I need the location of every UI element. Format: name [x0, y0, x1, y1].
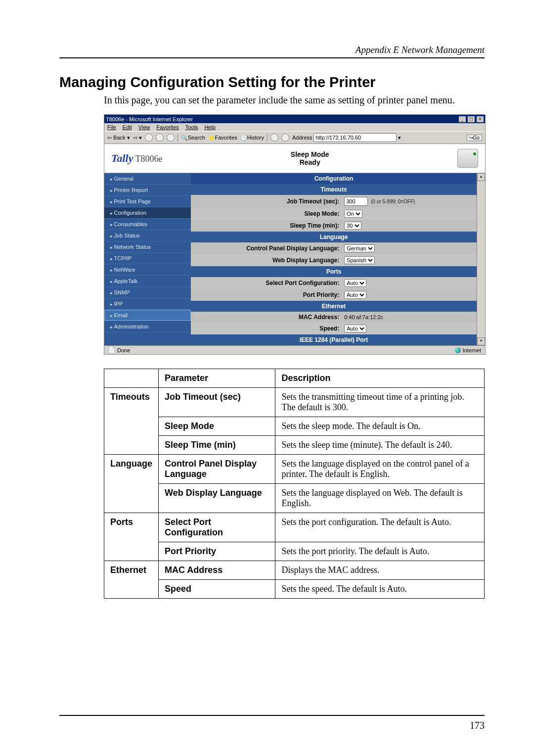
statusbar-right: Internet — [463, 347, 481, 353]
intro-text: In this page, you can set the parameter … — [104, 94, 485, 106]
sidebar: General Printer Report Print Test Page C… — [104, 173, 191, 345]
menu-view[interactable]: View — [138, 124, 150, 130]
address-dropdown-icon[interactable]: ▾ — [398, 135, 401, 141]
maximize-icon[interactable]: □ — [468, 116, 475, 122]
page-number: 173 — [59, 720, 485, 731]
sidebar-item-print-test-page[interactable]: Print Test Page — [104, 196, 191, 207]
banner: TallyT8006e Sleep ModeReady — [104, 144, 485, 173]
sidebar-item-snmp[interactable]: SNMP — [104, 287, 191, 298]
th-desc: Description — [275, 369, 485, 388]
cp-lang-label: Control Panel Display Language: — [196, 245, 344, 252]
table-row: Ports Select Port ConfigurationSets the … — [104, 513, 485, 542]
table-row: Ethernet MAC AddressDisplays the MAC add… — [104, 561, 485, 580]
table-row: Port PrioritySets the port priority. The… — [104, 542, 485, 561]
menu-file[interactable]: File — [107, 124, 116, 130]
menu-help[interactable]: Help — [204, 124, 216, 130]
address-input[interactable] — [313, 133, 397, 142]
sleep-mode-select[interactable]: On — [344, 210, 362, 218]
group-parallel: IEEE 1284 (Parallel) Port — [191, 334, 477, 345]
minimize-icon[interactable]: _ — [459, 116, 466, 122]
favorites-button[interactable]: ⭐Favorites — [208, 135, 237, 141]
sidebar-item-printer-report[interactable]: Printer Report — [104, 185, 191, 196]
home-icon[interactable] — [167, 134, 175, 142]
table-row: Timeouts Job Timeout (sec) Sets the tran… — [104, 388, 485, 417]
back-button[interactable]: ⇦ Back ▾ — [107, 135, 130, 141]
group-ethernet: Ethernet — [191, 301, 477, 312]
sidebar-item-netware[interactable]: NetWare — [104, 264, 191, 276]
sleep-time-label: Sleep Time (min): — [196, 222, 344, 229]
menu-edit[interactable]: Edit — [123, 124, 132, 130]
window-title: T8006e - Microsoft Internet Explorer — [106, 116, 193, 122]
speed-select[interactable]: Auto — [344, 325, 366, 332]
sleep-mode-label: Sleep Mode: — [196, 210, 344, 217]
config-panel: Configuration Timeouts Job Timeout (sec)… — [191, 173, 477, 345]
job-timeout-hint: (0 or 5-999; 0=OFF) — [371, 199, 415, 204]
printer-status: Sleep ModeReady — [162, 150, 457, 166]
table-row: Sleep Time (min)Sets the sleep time (min… — [104, 436, 485, 455]
stop-icon[interactable] — [145, 134, 153, 142]
th-param: Parameter — [159, 369, 275, 388]
sidebar-item-email[interactable]: Email — [104, 310, 191, 321]
mail-icon[interactable] — [270, 134, 278, 142]
menu-tools[interactable]: Tools — [185, 124, 198, 130]
header-rule — [59, 57, 485, 58]
footer-rule — [59, 715, 485, 716]
search-button[interactable]: 🔍Search — [181, 135, 205, 141]
sidebar-item-general[interactable]: General — [104, 173, 191, 185]
sleep-time-select[interactable]: 30 — [344, 222, 361, 230]
web-lang-label: Web Display Language: — [196, 257, 344, 264]
toolbar: ⇦ Back ▾ ⇨ ▾ 🔍Search ⭐Favorites 🕓History… — [104, 131, 485, 144]
group-configuration: Configuration — [191, 173, 477, 184]
cp-lang-select[interactable]: German — [344, 244, 375, 252]
sidebar-item-job-status[interactable]: Job Status — [104, 230, 191, 241]
scrollbar[interactable]: ▴ ▾ — [477, 173, 485, 345]
sidebar-item-tcpip[interactable]: TCP/IP — [104, 253, 191, 264]
refresh-icon[interactable] — [156, 134, 164, 142]
port-conf-select[interactable]: Auto — [344, 279, 366, 287]
port-conf-label: Select Port Configuration: — [196, 280, 344, 286]
browser-window: T8006e - Microsoft Internet Explorer _ □… — [104, 114, 486, 355]
mac-value: 0:40:af:7a:12:2c — [344, 314, 383, 320]
scroll-down-icon[interactable]: ▾ — [477, 337, 485, 345]
statusbar-left: Done — [117, 347, 130, 353]
web-lang-select[interactable]: Spanish — [344, 256, 375, 264]
status-bar: 📄Done Internet — [104, 345, 485, 354]
history-button[interactable]: 🕓History — [240, 135, 264, 141]
sidebar-item-consumables[interactable]: Consumables — [104, 219, 191, 230]
forward-button[interactable]: ⇨ ▾ — [133, 135, 142, 141]
printer-icon — [457, 149, 478, 168]
menu-bar: File Edit View Favorites Tools Help — [104, 123, 485, 131]
job-timeout-label: Job Timeout (sec): — [196, 198, 344, 205]
group-language: Language — [191, 232, 477, 242]
window-buttons: _ □ × — [458, 116, 484, 122]
mac-label: MAC Address: — [196, 314, 344, 321]
sidebar-item-network-status[interactable]: Network Status — [104, 241, 191, 253]
done-icon: 📄 — [108, 347, 115, 353]
parameter-table: Parameter Description Timeouts Job Timeo… — [104, 369, 485, 599]
menu-favorites[interactable]: Favorites — [157, 124, 179, 130]
sidebar-item-appletalk[interactable]: AppleTalk — [104, 276, 191, 287]
address-label: Address — [292, 135, 312, 141]
sidebar-item-ipp[interactable]: IPP — [104, 298, 191, 310]
job-timeout-input[interactable] — [344, 197, 368, 206]
go-button[interactable]: ↪Go — [467, 135, 482, 141]
sidebar-item-configuration[interactable]: Configuration — [104, 207, 191, 219]
sidebar-item-administration[interactable]: Administration — [104, 321, 191, 332]
brand-logo: TallyT8006e — [111, 152, 162, 165]
header-appendix: Appendix E Network Management — [59, 45, 485, 55]
page-title: Managing Configuration Setting for the P… — [59, 74, 485, 91]
window-titlebar: T8006e - Microsoft Internet Explorer _ □… — [104, 115, 485, 123]
close-icon[interactable]: × — [477, 116, 484, 122]
table-row: Language Control Panel Display LanguageS… — [104, 455, 485, 484]
print-icon[interactable] — [281, 134, 289, 142]
th-group — [104, 369, 159, 388]
internet-zone-icon — [455, 347, 461, 353]
scroll-up-icon[interactable]: ▴ — [477, 173, 485, 181]
group-ports: Ports — [191, 266, 477, 277]
port-prio-select[interactable]: Auto — [344, 291, 366, 299]
port-prio-label: Port Priority: — [196, 291, 344, 298]
table-row: SpeedSets the speed. The default is Auto… — [104, 580, 485, 599]
speed-label: Speed: — [196, 325, 344, 332]
group-timeouts: Timeouts — [191, 184, 477, 195]
table-row: Web Display LanguageSets the language di… — [104, 484, 485, 513]
